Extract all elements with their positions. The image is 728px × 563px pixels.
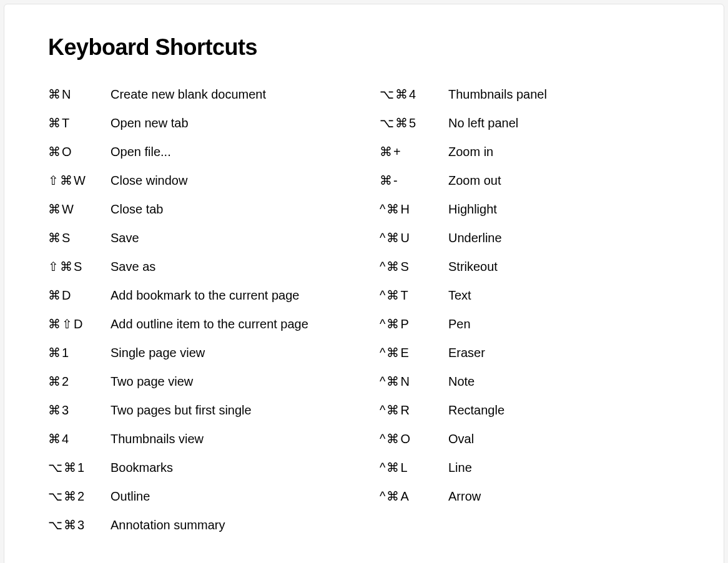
shortcut-row: ⇧⌘WClose window xyxy=(48,172,355,189)
shortcut-row: ⌘OOpen file... xyxy=(48,143,355,160)
right-column: ⌥⌘4Thumbnails panel⌥⌘5No left panel⌘+Zoo… xyxy=(380,86,686,545)
shortcut-description: Save as xyxy=(111,258,355,275)
shortcut-keys: ⌥⌘3 xyxy=(48,516,111,534)
shortcut-description: Strikeout xyxy=(448,258,686,275)
shortcut-keys: ^⌘P xyxy=(380,315,448,333)
shortcut-description: Single page view xyxy=(111,344,355,361)
shortcut-row: ⌥⌘4Thumbnails panel xyxy=(380,86,686,103)
shortcut-row: ⌘DAdd bookmark to the current page xyxy=(48,286,355,304)
shortcut-keys: ⌘T xyxy=(48,114,111,132)
shortcut-description: Add bookmark to the current page xyxy=(111,286,355,304)
shortcut-description: Close tab xyxy=(111,200,355,218)
shortcut-description: Underline xyxy=(448,229,686,247)
shortcut-row: ^⌘NNote xyxy=(380,373,686,390)
shortcut-description: Thumbnails view xyxy=(111,430,355,448)
shortcut-row: ⌥⌘3Annotation summary xyxy=(48,516,355,534)
shortcut-row: ⌘SSave xyxy=(48,229,355,247)
shortcut-keys: ⌘D xyxy=(48,286,111,304)
shortcut-description: Zoom out xyxy=(448,172,686,189)
shortcut-keys: ^⌘E xyxy=(380,344,448,361)
shortcut-description: Thumbnails panel xyxy=(448,86,686,103)
shortcut-row: ^⌘HHighlight xyxy=(380,200,686,218)
shortcut-keys: ^⌘T xyxy=(380,286,448,304)
shortcut-row: ⇧⌘SSave as xyxy=(48,258,355,275)
shortcut-row: ⌘TOpen new tab xyxy=(48,114,355,132)
shortcut-keys: ⌘N xyxy=(48,86,111,103)
shortcut-row: ^⌘PPen xyxy=(380,315,686,333)
shortcut-keys: ⌥⌘5 xyxy=(380,114,448,132)
shortcut-keys: ^⌘A xyxy=(380,487,448,505)
shortcut-keys: ^⌘L xyxy=(380,459,448,476)
shortcut-description: Annotation summary xyxy=(111,516,355,534)
shortcut-description: Two page view xyxy=(111,373,355,390)
shortcut-description: Outline xyxy=(111,487,355,505)
shortcut-keys: ⌘1 xyxy=(48,344,111,361)
shortcut-description: Note xyxy=(448,373,686,390)
shortcut-row: ⌘4Thumbnails view xyxy=(48,430,355,448)
shortcut-row: ^⌘OOval xyxy=(380,430,686,448)
shortcut-keys: ⌘⇧D xyxy=(48,315,111,333)
shortcut-description: Zoom in xyxy=(448,143,686,160)
shortcut-keys: ⌘O xyxy=(48,143,111,160)
shortcut-keys: ^⌘U xyxy=(380,229,448,247)
shortcut-keys: ⌘S xyxy=(48,229,111,247)
shortcut-description: Add outline item to the current page xyxy=(111,315,355,333)
shortcut-keys: ^⌘H xyxy=(380,200,448,218)
shortcut-row: ^⌘RRectangle xyxy=(380,401,686,419)
shortcut-description: Open file... xyxy=(111,143,355,160)
shortcut-row: ⌘NCreate new blank document xyxy=(48,86,355,103)
shortcut-description: No left panel xyxy=(448,114,686,132)
left-column: ⌘NCreate new blank document⌘TOpen new ta… xyxy=(48,86,355,545)
shortcut-row: ⌘1Single page view xyxy=(48,344,355,361)
shortcut-row: ⌥⌘1Bookmarks xyxy=(48,459,355,476)
shortcut-row: ⌘3Two pages but first single xyxy=(48,401,355,419)
shortcut-description: Two pages but first single xyxy=(111,401,355,419)
shortcut-keys: ⌘+ xyxy=(380,143,448,160)
shortcut-row: ^⌘TText xyxy=(380,286,686,304)
shortcut-keys: ⌥⌘4 xyxy=(380,86,448,103)
shortcut-keys: ⌘2 xyxy=(48,373,111,390)
shortcut-row: ⌘+Zoom in xyxy=(380,143,686,160)
shortcut-row: ⌥⌘2Outline xyxy=(48,487,355,505)
shortcut-description: Arrow xyxy=(448,487,686,505)
shortcut-description: Open new tab xyxy=(111,114,355,132)
shortcut-description: Text xyxy=(448,286,686,304)
shortcut-description: Highlight xyxy=(448,200,686,218)
shortcut-keys: ^⌘N xyxy=(380,373,448,390)
shortcut-description: Line xyxy=(448,459,686,476)
shortcut-keys: ⌘4 xyxy=(48,430,111,448)
shortcut-keys: ⇧⌘W xyxy=(48,172,111,189)
columns-container: ⌘NCreate new blank document⌘TOpen new ta… xyxy=(48,86,686,545)
shortcut-row: ⌥⌘5No left panel xyxy=(380,114,686,132)
shortcut-description: Bookmarks xyxy=(111,459,355,476)
shortcut-description: Create new blank document xyxy=(111,86,355,103)
shortcut-row: ⌘⇧DAdd outline item to the current page xyxy=(48,315,355,333)
shortcut-row: ^⌘UUnderline xyxy=(380,229,686,247)
shortcut-description: Pen xyxy=(448,315,686,333)
shortcut-description: Eraser xyxy=(448,344,686,361)
shortcut-description: Save xyxy=(111,229,355,247)
shortcut-description: Close window xyxy=(111,172,355,189)
shortcut-keys: ⇧⌘S xyxy=(48,258,111,275)
shortcut-keys: ^⌘R xyxy=(380,401,448,419)
shortcut-row: ^⌘AArrow xyxy=(380,487,686,505)
shortcut-row: ^⌘EEraser xyxy=(380,344,686,361)
shortcut-keys: ⌥⌘2 xyxy=(48,487,111,505)
shortcut-description: Rectangle xyxy=(448,401,686,419)
shortcut-keys: ^⌘S xyxy=(380,258,448,275)
shortcut-row: ⌘WClose tab xyxy=(48,200,355,218)
shortcut-keys: ⌘3 xyxy=(48,401,111,419)
shortcut-keys: ⌥⌘1 xyxy=(48,459,111,476)
shortcut-description: Oval xyxy=(448,430,686,448)
shortcut-row: ⌘2Two page view xyxy=(48,373,355,390)
shortcut-keys: ⌘W xyxy=(48,200,111,218)
page-title: Keyboard Shortcuts xyxy=(48,34,686,61)
shortcut-row: ^⌘LLine xyxy=(380,459,686,476)
shortcut-keys: ^⌘O xyxy=(380,430,448,448)
shortcut-row: ⌘-Zoom out xyxy=(380,172,686,189)
shortcut-row: ^⌘SStrikeout xyxy=(380,258,686,275)
shortcuts-panel: Keyboard Shortcuts ⌘NCreate new blank do… xyxy=(4,4,724,563)
shortcut-keys: ⌘- xyxy=(380,172,448,189)
